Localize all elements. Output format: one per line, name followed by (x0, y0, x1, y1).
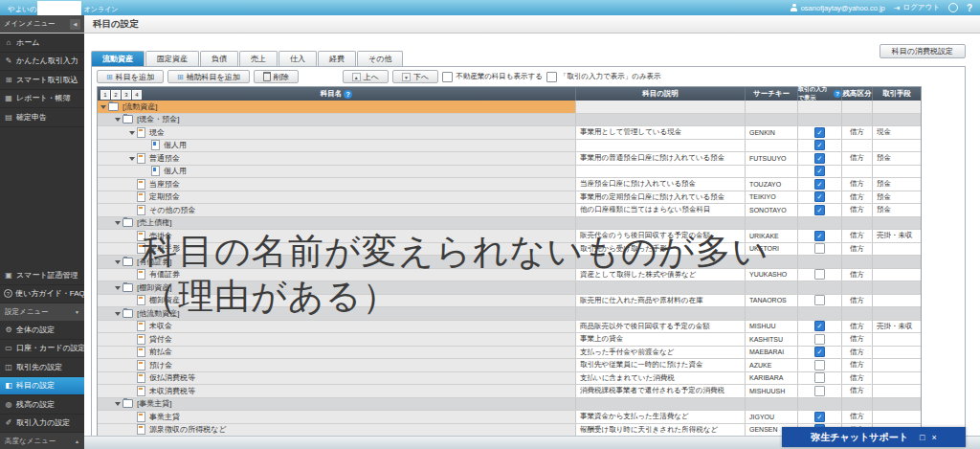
show-in-entry-checkbox[interactable]: ✓ (814, 127, 825, 138)
show-realestate-checkbox-row[interactable]: 不動産業の科目も表示する (442, 72, 543, 82)
tab-fixed-assets[interactable]: 固定資産 (145, 51, 199, 66)
expand-arrow-icon[interactable] (100, 105, 106, 112)
account-row[interactable]: 売掛金販売代金のうち後日回収する予定の金額URIKAKE✓借方売掛・未収 (98, 230, 921, 243)
level-3-button[interactable]: 3 (122, 90, 131, 100)
group-row[interactable]: [流動資産] (98, 101, 921, 114)
account-row[interactable]: 前払金支払った手付金や前渡金などMAEBARAI✓借方 (98, 347, 921, 360)
group-row[interactable]: [現金・預金] (98, 114, 921, 127)
help-icon[interactable]: ? (344, 90, 352, 99)
account-row[interactable]: 現金事業用として管理している現金GENKIN✓借方現金 (98, 126, 921, 140)
sidebar-item-home[interactable]: ⌂ホーム (0, 34, 84, 53)
chat-support-bar[interactable]: 弥生チャットサポート □ × (782, 427, 966, 447)
settings-menu-header[interactable]: 設定メニュー ▼ (0, 303, 84, 321)
show-in-entry-checkbox[interactable] (814, 386, 825, 396)
show-in-entry-checkbox[interactable]: ✓ (814, 166, 825, 176)
account-row[interactable]: 受取手形取引先から受け取った手形UKETORI借方 (98, 243, 921, 257)
level-4-button[interactable]: 4 (132, 90, 142, 100)
user-account[interactable]: osanofjaytay@yahoo.co.jp (791, 4, 885, 12)
move-up-button[interactable]: ▲ 上へ (343, 70, 389, 83)
help-icon[interactable]: ? (834, 90, 841, 98)
show-in-entry-checkbox[interactable] (814, 295, 825, 305)
sidebar-item-entry-settings[interactable]: ✐取引入力の設定 (0, 415, 84, 434)
account-row[interactable]: 未収金商品販売以外で後日回収する予定の金額MISHUU✓借方売掛・未収 (98, 321, 921, 334)
show-in-entry-checkbox[interactable] (814, 372, 825, 383)
show-in-entry-checkbox[interactable]: ✓ (814, 153, 825, 164)
tab-others[interactable]: その他 (357, 51, 403, 66)
show-in-entry-checkbox[interactable]: ✓ (814, 140, 825, 150)
account-row[interactable]: 未収消費税等消費税課税事業者で還付される予定の消費税MISHUUSH借方 (98, 385, 921, 398)
tab-purchases[interactable]: 仕入 (278, 51, 317, 66)
show-in-entry-checkbox[interactable]: ✓ (814, 205, 825, 215)
show-in-entry-checkbox[interactable] (814, 243, 825, 254)
support-icon[interactable] (948, 3, 958, 12)
group-row[interactable]: [棚卸資産] (98, 281, 921, 295)
tab-current-assets[interactable]: 流動資産 (91, 51, 145, 66)
logout-button[interactable]: ⇥ ログアウト (894, 3, 940, 12)
show-in-entry-checkbox[interactable]: ✓ (814, 179, 825, 190)
show-in-entry-cell: ✓ (798, 140, 842, 152)
tab-sales[interactable]: 売上 (239, 51, 278, 66)
sidebar-item-bank-card-settings[interactable]: ▭口座・カードの設定 (0, 340, 84, 359)
chat-close-icon[interactable]: × (931, 433, 936, 442)
show-in-entry-checkbox[interactable]: ✓ (814, 191, 825, 202)
account-row[interactable]: 棚卸資産販売用に仕入れた商品や原材料の在庫TANAOROS借方 (98, 295, 921, 308)
show-in-entry-checkbox[interactable] (814, 269, 825, 280)
sidebar-item-account-settings[interactable]: ◧科目の設定 (0, 377, 84, 396)
account-row[interactable]: 当座預金当座預金口座に預け入れている預金TOUZAYO✓借方預金 (98, 178, 921, 191)
show-in-entry-checkbox[interactable]: ✓ (814, 321, 825, 331)
advanced-menu-toggle[interactable]: 高度なメニュー ▲ (0, 433, 84, 449)
add-sub-account-button[interactable]: ⊞ 補助科目を追加 (167, 70, 250, 83)
sidebar-item-simple-entry[interactable]: ✎かんたん取引入力 (0, 53, 84, 72)
expand-arrow-icon[interactable] (115, 118, 121, 124)
account-row[interactable]: 事業主貸事業資金から支払った生活費などJIGYOU✓借方 (98, 411, 921, 424)
tab-expenses[interactable]: 経費 (318, 51, 356, 66)
account-row[interactable]: 貸付金事業上の貸金KASHITSU借方 (98, 333, 921, 347)
sub-account-row[interactable]: 個人用✓ (98, 166, 921, 179)
sidebar-item-reports[interactable]: ▦レポート・帳簿 (0, 90, 84, 109)
account-description: 他の口座種類に当てはまらない預金科目 (576, 204, 746, 216)
group-row[interactable]: [事業主貸] (98, 398, 921, 412)
sidebar-item-balance-settings[interactable]: ◍残高の設定 (0, 395, 84, 415)
group-row[interactable]: [他流動資産] (98, 307, 921, 321)
account-tax-settings-button[interactable]: 科目の消費税設定 (880, 44, 966, 58)
chat-restore-icon[interactable]: □ (920, 433, 924, 442)
sidebar-item-smart-import[interactable]: ⊞スマート取引取込 (0, 71, 84, 90)
add-account-button[interactable]: ⊞ 科目を追加 (97, 70, 164, 83)
expand-arrow-icon[interactable] (115, 260, 121, 267)
show-in-entry-checkbox[interactable] (814, 334, 825, 345)
account-row[interactable]: 預け金取引先や従業員に一時的に預けた資金AZUKE借方 (98, 359, 921, 372)
show-in-entry-checkbox[interactable]: ✓ (814, 347, 825, 357)
sidebar-item-guide-faq[interactable]: ?使い方ガイド・FAQ (0, 285, 84, 304)
sidebar-collapse-button[interactable]: ◀ (70, 19, 80, 30)
sidebar-item-smart-evidence[interactable]: ▣スマート証憑管理 (0, 266, 84, 285)
tab-liabilities[interactable]: 負債 (200, 51, 238, 66)
display-only-checkbox-row[interactable]: 「取引の入力で表示」のみ表示 (546, 72, 661, 82)
delete-button[interactable]: 削除 (254, 70, 299, 83)
account-row[interactable]: 普通預金事業用の普通預金口座に預け入れている預金FUTSUUYO✓借方預金 (98, 152, 921, 166)
move-down-button[interactable]: ▼ 下へ (392, 70, 438, 83)
expand-arrow-icon[interactable] (115, 402, 121, 409)
level-2-button[interactable]: 2 (111, 90, 121, 100)
expand-arrow-icon[interactable] (115, 286, 121, 293)
realestate-checkbox[interactable] (442, 72, 453, 82)
show-in-entry-checkbox[interactable] (814, 360, 825, 370)
show-in-entry-checkbox[interactable]: ✓ (814, 412, 825, 422)
expand-arrow-icon[interactable] (129, 131, 135, 138)
expand-arrow-icon[interactable] (115, 312, 121, 319)
expand-arrow-icon[interactable] (115, 221, 121, 228)
show-in-entry-checkbox[interactable]: ✓ (814, 231, 825, 241)
sub-account-row[interactable]: 個人用✓ (98, 140, 921, 153)
account-row[interactable]: 有価証券資産として取得した株式や債券などYUUKASHO借方 (98, 269, 921, 282)
sidebar-item-partner-settings[interactable]: ◫取引先の設定 (0, 358, 84, 377)
group-row[interactable]: [売上債権] (98, 217, 921, 231)
display-only-checkbox[interactable] (546, 72, 557, 82)
account-row[interactable]: 仮払消費税等支払いに含まれていた消費税KARIBARA借方 (98, 372, 921, 386)
help-button[interactable]: ? (967, 3, 972, 13)
account-row[interactable]: 定期預金事業用の定期預金口座に預け入れている預金TEIKIYO✓借方預金 (98, 191, 921, 205)
expand-arrow-icon[interactable] (129, 157, 135, 164)
level-1-button[interactable]: 1 (100, 90, 110, 100)
account-row[interactable]: その他の預金他の口座種類に当てはまらない預金科目SONOTAYO✓借方預金 (98, 204, 921, 217)
sidebar-item-tax-return[interactable]: ▤確定申告 (0, 108, 84, 127)
group-row[interactable]: [有価証券] (98, 256, 921, 269)
sidebar-item-global-settings[interactable]: ⚙全体の設定 (0, 321, 84, 340)
